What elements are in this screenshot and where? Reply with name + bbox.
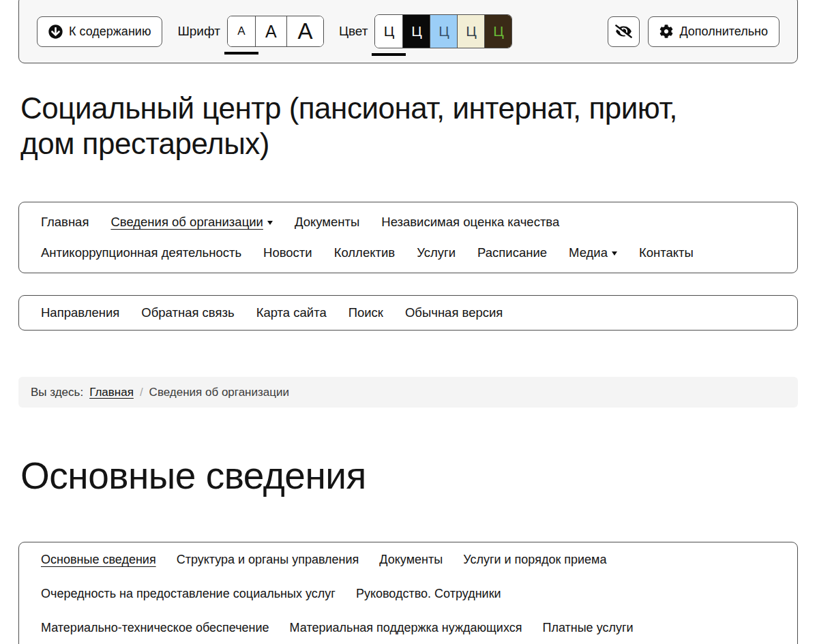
breadcrumb-current: Сведения об организации xyxy=(149,386,289,399)
color-scheme-blue-button[interactable]: Ц xyxy=(430,15,457,48)
gear-icon xyxy=(659,25,673,38)
accessible-version-page: К содержанию Шрифт А А А Цвет Ц Ц Ц Ц Ц xyxy=(0,0,817,644)
color-scheme-black-button[interactable]: Ц xyxy=(402,15,430,48)
nav-item-feedback[interactable]: Обратная связь xyxy=(141,305,234,320)
font-size-large-button[interactable]: А xyxy=(286,16,323,46)
to-content-button[interactable]: К содержанию xyxy=(37,16,162,47)
section-item-material-support[interactable]: Материальная поддержка нуждающихся xyxy=(290,621,522,635)
nav-item-contacts[interactable]: Контакты xyxy=(639,245,694,260)
section-item-material-technical[interactable]: Материально-техническое обеспечение xyxy=(41,621,269,635)
arrow-circle-down-icon xyxy=(48,25,63,39)
nav-item-directions[interactable]: Направления xyxy=(41,305,119,320)
section-item-admission[interactable]: Услуги и порядок приема xyxy=(463,553,606,567)
font-size-small-button[interactable]: А xyxy=(228,16,255,46)
nav-item-media[interactable]: Медиа xyxy=(569,245,617,260)
breadcrumb: Вы здесь: Главная / Сведения об организа… xyxy=(18,377,798,408)
color-scheme-switcher: Ц Ц Ц Ц Ц xyxy=(374,14,512,48)
caret-down-icon xyxy=(267,221,273,225)
section-item-paid-services[interactable]: Платные услуги xyxy=(542,621,633,635)
nav-item-news[interactable]: Новости xyxy=(263,245,312,260)
quick-navigation: Направления Обратная связь Карта сайта П… xyxy=(18,295,798,331)
section-item-basic-info[interactable]: Основные сведения xyxy=(41,553,156,567)
nav-item-search[interactable]: Поиск xyxy=(348,305,383,320)
site-title: Социальный центр (пансионат, интернат, п… xyxy=(20,91,709,162)
accessibility-toolbar: К содержанию Шрифт А А А Цвет Ц Ц Ц Ц Ц xyxy=(18,0,798,63)
page-title: Основные сведения xyxy=(20,454,366,497)
main-nav-row-1: Главная Сведения об организации Документ… xyxy=(41,215,775,230)
nav-item-staff[interactable]: Коллектив xyxy=(334,245,395,260)
font-size-medium-button[interactable]: А xyxy=(255,16,286,46)
color-scheme-beige-button[interactable]: Ц xyxy=(457,15,484,48)
section-nav-row-1: Основные сведения Структура и органы упр… xyxy=(41,542,775,577)
nav-item-services[interactable]: Услуги xyxy=(417,245,456,260)
extra-settings-label: Дополнительно xyxy=(679,25,768,39)
nav-item-quality-assessment[interactable]: Независимая оценка качества xyxy=(381,215,559,230)
nav-item-home[interactable]: Главная xyxy=(41,215,89,230)
nav-item-org-info[interactable]: Сведения об организации xyxy=(110,215,272,230)
nav-item-schedule[interactable]: Расписание xyxy=(477,245,547,260)
nav-item-documents[interactable]: Документы xyxy=(295,215,359,230)
quick-nav-row: Направления Обратная связь Карта сайта П… xyxy=(41,305,775,320)
main-navigation: Главная Сведения об организации Документ… xyxy=(18,202,798,273)
breadcrumb-home-link[interactable]: Главная xyxy=(89,386,134,399)
nav-item-sitemap[interactable]: Карта сайта xyxy=(256,305,327,320)
extra-settings-button[interactable]: Дополнительно xyxy=(648,16,779,47)
font-size-label: Шрифт xyxy=(177,24,220,39)
section-item-management[interactable]: Руководство. Сотрудники xyxy=(356,587,501,601)
caret-down-icon xyxy=(612,251,617,256)
nav-item-anticorruption[interactable]: Антикоррупционная деятельность xyxy=(41,245,241,260)
section-nav-row-3: Материально-техническое обеспечение Мате… xyxy=(41,611,775,644)
font-size-switcher: А А А xyxy=(227,16,324,47)
color-scheme-brown-button[interactable]: Ц xyxy=(484,15,511,48)
section-navigation: Основные сведения Структура и органы упр… xyxy=(18,542,798,644)
images-off-button[interactable] xyxy=(608,16,640,47)
eye-slash-icon xyxy=(615,25,632,38)
section-item-structure[interactable]: Структура и органы управления xyxy=(177,553,359,567)
breadcrumb-separator: / xyxy=(140,386,143,399)
section-nav-row-2: Очередность на предоставление социальных… xyxy=(41,577,775,611)
section-item-queue[interactable]: Очередность на предоставление социальных… xyxy=(41,587,336,601)
color-scheme-label: Цвет xyxy=(339,24,368,39)
to-content-label: К содержанию xyxy=(69,25,151,39)
section-item-documents[interactable]: Документы xyxy=(379,553,443,567)
breadcrumb-prefix: Вы здесь: xyxy=(31,386,83,399)
main-nav-row-2: Антикоррупционная деятельность Новости К… xyxy=(41,245,775,260)
color-scheme-white-button[interactable]: Ц xyxy=(375,15,402,48)
nav-item-normal-version[interactable]: Обычная версия xyxy=(405,305,503,320)
